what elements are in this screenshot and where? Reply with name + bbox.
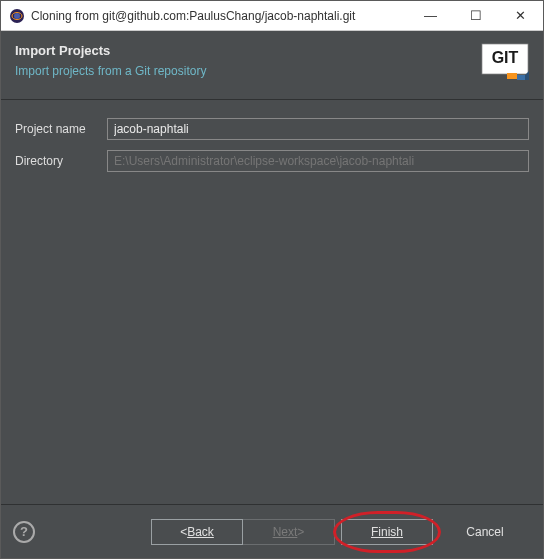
help-button[interactable]: ? <box>13 521 35 543</box>
wizard-header: Import Projects Import projects from a G… <box>1 31 543 100</box>
close-icon: ✕ <box>515 8 526 23</box>
body-filler <box>15 182 529 494</box>
maximize-button[interactable]: ☐ <box>453 1 498 30</box>
project-name-label: Project name <box>15 122 107 136</box>
next-label: Next <box>273 525 298 539</box>
wizard-body: Project name Directory <box>1 100 543 504</box>
directory-row: Directory <box>15 150 529 172</box>
window-title: Cloning from git@github.com:PaulusChang/… <box>31 9 408 23</box>
minimize-button[interactable]: — <box>408 1 453 30</box>
dialog-window: Cloning from git@github.com:PaulusChang/… <box>0 0 544 559</box>
git-logo-icon: GIT <box>481 43 529 83</box>
project-name-input[interactable] <box>107 118 529 140</box>
cancel-label: Cancel <box>466 525 503 539</box>
maximize-icon: ☐ <box>470 8 482 23</box>
wizard-header-text: Import Projects Import projects from a G… <box>15 43 473 78</box>
directory-label: Directory <box>15 154 107 168</box>
svg-rect-5 <box>507 73 517 79</box>
next-suffix: > <box>297 525 304 539</box>
svg-point-2 <box>14 13 20 19</box>
svg-text:GIT: GIT <box>492 49 519 66</box>
wizard-footer: ? < Back Next > Finish Cancel <box>1 504 543 558</box>
svg-rect-6 <box>517 75 525 80</box>
wizard-title: Import Projects <box>15 43 473 58</box>
project-name-row: Project name <box>15 118 529 140</box>
eclipse-icon <box>9 8 25 24</box>
minimize-icon: — <box>424 8 437 23</box>
finish-label: Finish <box>371 525 403 539</box>
back-button[interactable]: < Back <box>151 519 243 545</box>
help-icon: ? <box>20 524 28 539</box>
back-prefix: < <box>180 525 187 539</box>
finish-button[interactable]: Finish <box>341 519 433 545</box>
wizard-subtitle: Import projects from a Git repository <box>15 64 473 78</box>
window-controls: — ☐ ✕ <box>408 1 543 30</box>
nav-button-group: < Back Next > <box>151 519 335 545</box>
close-button[interactable]: ✕ <box>498 1 543 30</box>
back-label: Back <box>187 525 214 539</box>
next-button: Next > <box>243 519 335 545</box>
titlebar[interactable]: Cloning from git@github.com:PaulusChang/… <box>1 1 543 31</box>
directory-input[interactable] <box>107 150 529 172</box>
cancel-button[interactable]: Cancel <box>439 519 531 545</box>
